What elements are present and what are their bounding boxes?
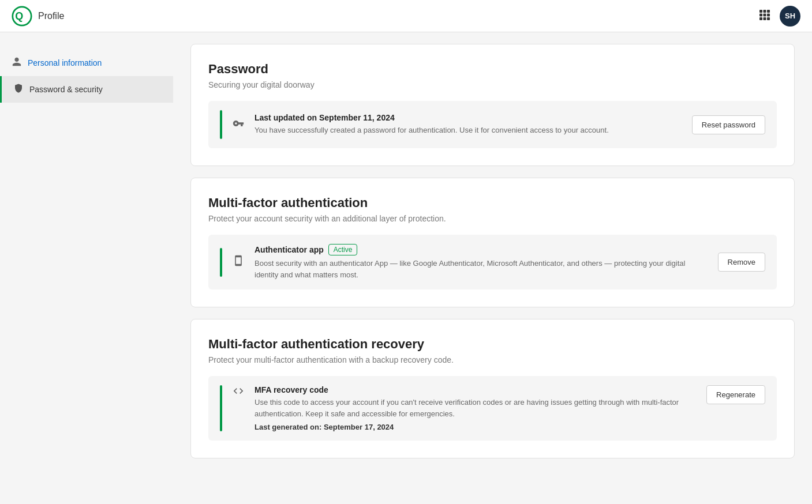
password-card-title: Password [208, 62, 777, 77]
green-bar-password [220, 110, 222, 139]
person-icon [12, 57, 22, 69]
password-card: Password Securing your digital doorway L… [190, 44, 795, 166]
mfa-recovery-item-title: MFA recovery code [255, 385, 697, 394]
remove-mfa-button[interactable]: Remove [718, 253, 765, 272]
main-layout: Personal information Password & security… [0, 32, 812, 504]
sidebar: Personal information Password & security [0, 32, 173, 504]
mfa-recovery-card: Multi-factor authentication recovery Pro… [190, 319, 795, 458]
qlik-logo-icon: Q [12, 6, 32, 27]
mfa-recovery-card-subtitle: Protect your multi-factor authentication… [208, 355, 777, 364]
green-bar-recovery [220, 385, 222, 431]
svg-rect-8 [759, 17, 762, 20]
mfa-card-title: Multi-factor authentication [208, 195, 777, 210]
mfa-card-subtitle: Protect your account security with an ad… [208, 214, 777, 223]
svg-rect-2 [759, 10, 762, 13]
avatar[interactable]: SH [780, 6, 800, 27]
qlik-logo: Q [12, 6, 32, 27]
reset-password-button[interactable]: Reset password [692, 115, 765, 134]
header-right: SH [759, 6, 800, 27]
sidebar-password-label: Password & security [29, 85, 103, 94]
svg-rect-7 [767, 13, 770, 16]
svg-rect-5 [759, 13, 762, 16]
main-content: Password Securing your digital doorway L… [173, 32, 812, 504]
key-icon [231, 118, 245, 132]
svg-text:Q: Q [15, 10, 23, 22]
sidebar-item-personal-information[interactable]: Personal information [0, 50, 173, 76]
mfa-card: Multi-factor authentication Protect your… [190, 178, 795, 307]
mfa-recovery-item-row: MFA recovery code Use this code to acces… [208, 376, 777, 441]
sidebar-personal-label: Personal information [28, 58, 102, 67]
mfa-item-content: Authenticator app Active Boost security … [255, 244, 709, 280]
shield-icon [13, 83, 24, 96]
header: Q Profile SH [0, 0, 812, 32]
svg-rect-3 [764, 10, 766, 13]
mfa-item-desc: Boost security with an authenticator App… [255, 258, 709, 280]
sidebar-item-password-security[interactable]: Password & security [0, 76, 173, 103]
active-badge: Active [328, 244, 358, 255]
regenerate-button[interactable]: Regenerate [706, 385, 765, 404]
app-title: Profile [38, 11, 64, 21]
code-icon [231, 385, 245, 400]
password-card-subtitle: Securing your digital doorway [208, 80, 777, 89]
mfa-recovery-item-desc: Use this code to access your account if … [255, 397, 697, 419]
svg-rect-9 [764, 17, 766, 20]
mfa-recovery-card-title: Multi-factor authentication recovery [208, 337, 777, 352]
svg-rect-10 [767, 17, 770, 20]
password-item-title: Last updated on September 11, 2024 [255, 113, 683, 122]
password-item-row: Last updated on September 11, 2024 You h… [208, 101, 777, 148]
phone-icon [231, 255, 245, 269]
svg-rect-4 [767, 10, 770, 13]
mfa-item-title: Authenticator app Active [255, 244, 709, 255]
last-generated-label: Last generated on: September 17, 2024 [255, 423, 697, 431]
svg-rect-6 [764, 13, 766, 16]
password-item-content: Last updated on September 11, 2024 You h… [255, 113, 683, 136]
mfa-recovery-item-content: MFA recovery code Use this code to acces… [255, 385, 697, 431]
mfa-item-row: Authenticator app Active Boost security … [208, 235, 777, 289]
password-item-desc: You have successfully created a password… [255, 125, 683, 136]
green-bar-mfa [220, 248, 222, 277]
grid-icon[interactable] [759, 9, 770, 23]
header-left: Q Profile [12, 6, 64, 27]
